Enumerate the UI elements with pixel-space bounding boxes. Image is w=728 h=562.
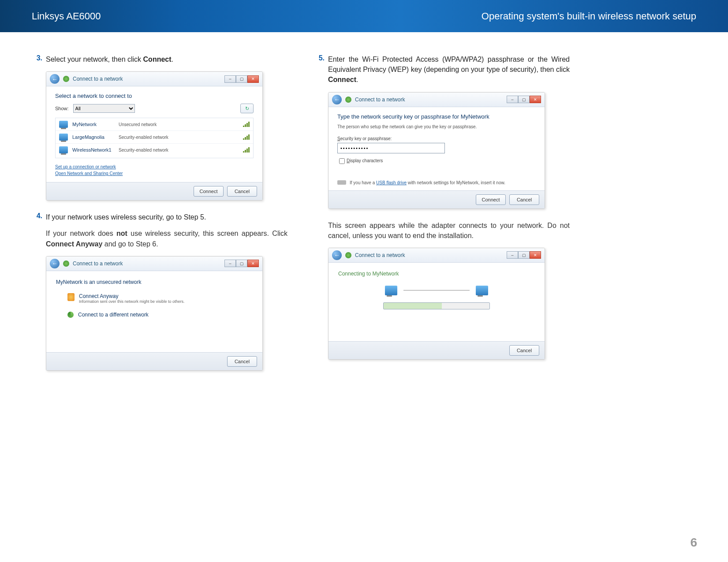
page-header: Linksys AE6000 Operating system's built-… [0,0,728,32]
connecting-heading: Connecting to MyNetwork [338,271,535,277]
window-titlebar: ← Connect to a network – ▢ ✕ [46,72,262,86]
step-number: 5. [314,54,325,85]
maximize-button[interactable]: ▢ [236,75,247,83]
back-icon[interactable]: ← [332,95,342,104]
text: and go to Step 6. [102,240,158,248]
cancel-button[interactable]: Cancel [227,356,257,367]
minimize-button[interactable]: – [224,260,236,267]
network-item[interactable]: WirelessNetwork1 Security-enabled networ… [56,144,253,156]
computer-icon [59,121,68,128]
dialog-heading: Select a network to connect to [55,93,254,99]
option-subtitle: Information sent over this network might… [79,299,185,304]
show-select[interactable]: All [73,104,135,113]
network-security: Unsecured network [119,122,239,127]
signal-strength-icon [243,147,250,153]
maximize-button[interactable]: ▢ [518,96,530,103]
connection-line-icon [403,290,470,290]
usb-hint-text: If you have a USB flash drive with netwo… [350,180,505,185]
minimize-button[interactable]: – [507,96,518,103]
maximize-button[interactable]: ▢ [236,260,247,267]
close-button[interactable]: ✕ [247,260,259,267]
bottom-links: Set up a connection or network Open Netw… [55,164,254,177]
step-4: 4. If your network uses wireless securit… [32,212,287,222]
screenshot-enter-security-key: ← Connect to a network – ▢ ✕ Type the ne… [328,92,545,209]
text: Select your network, then click [46,56,143,63]
connect-button[interactable]: Connect [476,194,506,205]
back-icon[interactable]: ← [50,74,60,84]
network-name: MyNetwork [72,122,114,127]
progress-bar [383,302,490,309]
back-icon[interactable]: ← [50,259,60,268]
window-footer: Cancel [46,352,262,370]
show-label: Show: [55,106,69,111]
text: . [356,76,358,83]
connect-anyway-option[interactable]: Connect Anyway Information sent over thi… [56,293,253,304]
step-3: 3. Select your network, then click Conne… [32,54,287,64]
window-titlebar: ← Connect to a network – ▢ ✕ [329,248,545,263]
window-body: MyNetwork is an unsecured network Connec… [46,271,262,352]
network-security: Security-enabled network [119,148,239,153]
network-globe-icon [345,252,351,258]
window-body: Connecting to MyNetwork [329,263,545,341]
cancel-button[interactable]: Cancel [227,186,257,197]
network-security: Security-enabled network [119,135,239,140]
window-titlebar: ← Connect to a network – ▢ ✕ [46,257,262,271]
arrow-icon [67,312,74,318]
back-icon[interactable]: ← [332,250,342,260]
connect-different-option[interactable]: Connect to a different network [56,312,253,318]
open-network-center-link[interactable]: Open Network and Sharing Center [55,170,254,177]
network-name: WirelessNetwork1 [72,147,114,153]
page-number: 6 [690,536,697,550]
bold-text: not [116,230,127,237]
network-list: MyNetwork Unsecured network LargeMagnoli… [55,118,254,158]
text: If your network does [46,230,116,237]
step-number: 4. [32,212,42,222]
text: with network settings for MyNetwork, ins… [407,180,505,185]
bold-text: Connect [143,56,172,63]
window-title: Connect to a network [73,76,123,82]
dialog-subtext: The person who setup the network can giv… [337,124,536,129]
security-key-label: Security key or passphrase: [337,136,536,141]
network-item[interactable]: MyNetwork Unsecured network [56,118,253,131]
screenshot-select-network: ← Connect to a network – ▢ ✕ Select a ne… [46,71,263,201]
window-footer: Connect Cancel [329,190,545,208]
cancel-button[interactable]: Cancel [509,194,539,205]
window-footer: Connect Cancel [46,182,262,200]
option-title: Connect to a different network [78,312,149,318]
window-footer: Cancel [329,341,545,359]
computer-icon [59,146,68,153]
option-title: Connect Anyway [79,293,185,299]
minimize-button[interactable]: – [507,251,518,259]
text: If you have a [350,180,376,185]
step-5-followup: This screen appears while the adapter co… [328,220,570,241]
window-title: Connect to a network [355,97,405,103]
connect-button[interactable]: Connect [194,186,224,197]
network-globe-icon [345,97,351,103]
close-button[interactable]: ✕ [530,251,541,259]
cancel-button[interactable]: Cancel [509,345,539,356]
usb-hint-row: If you have a USB flash drive with netwo… [337,180,536,185]
connection-diagram [338,286,535,295]
shield-icon [67,293,75,301]
dialog-heading: MyNetwork is an unsecured network [56,279,253,285]
display-characters-checkbox[interactable] [339,158,345,164]
usb-drive-icon [337,180,346,185]
refresh-button[interactable]: ↻ [240,104,254,113]
display-characters-row: Display characters [337,157,536,165]
computer-icon [476,286,488,295]
usb-flash-drive-link[interactable]: USB flash drive [376,180,407,185]
close-button[interactable]: ✕ [530,96,541,103]
left-column: 3. Select your network, then click Conne… [32,54,301,382]
signal-strength-icon [243,122,250,127]
maximize-button[interactable]: ▢ [518,251,530,259]
step-5: 5. Enter the Wi-Fi Protected Access (WPA… [314,54,570,85]
close-button[interactable]: ✕ [247,75,259,83]
step-4-continued: If your network does not use wireless se… [46,228,287,249]
network-item[interactable]: LargeMagnolia Security-enabled network [56,131,253,144]
window-title: Connect to a network [355,252,405,258]
minimize-button[interactable]: – [224,75,236,83]
window-controls: – ▢ ✕ [224,75,259,83]
security-key-input[interactable] [337,143,445,153]
computer-icon [59,134,68,141]
setup-connection-link[interactable]: Set up a connection or network [55,164,254,170]
